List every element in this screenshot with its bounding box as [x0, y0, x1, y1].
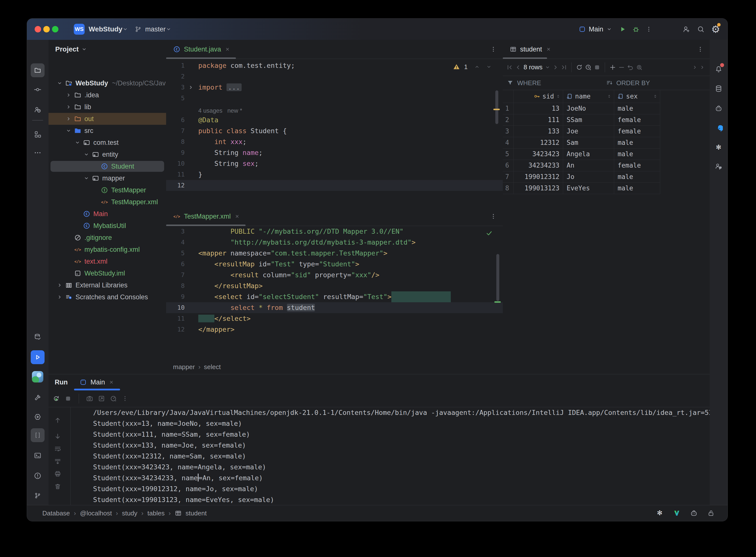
warning-stripe-mark[interactable] — [493, 109, 500, 110]
status-breadcrumb-student[interactable]: student — [186, 509, 207, 517]
editor2-scrollbar[interactable] — [496, 254, 499, 301]
delete-row-icon[interactable] — [618, 64, 625, 71]
project-panel-header[interactable]: Project — [55, 43, 87, 55]
editor1-scrollbar[interactable] — [495, 90, 498, 124]
tab-testmapper-xml[interactable]: </> TestMapper.xml — [166, 207, 245, 226]
inlay-hint[interactable]: 4 usages new * — [166, 104, 503, 115]
editor-student-java[interactable]: 1package com.test.entity;23import ...54 … — [166, 60, 503, 207]
scroll-up-icon[interactable] — [54, 417, 61, 424]
tree-item-testmapper[interactable]: ITestMapper — [49, 184, 166, 196]
clear-all-icon[interactable] — [54, 483, 61, 490]
filter-funnel-icon[interactable] — [507, 80, 514, 86]
cell-sex[interactable]: female — [614, 114, 660, 126]
table-row[interactable]: 2111SSamfemale — [503, 114, 660, 126]
code-line[interactable]: 11 </select> — [166, 313, 503, 324]
code-line[interactable]: 6@Data — [166, 115, 503, 125]
cell-name[interactable]: An — [563, 160, 614, 171]
console-line[interactable]: Student(xxx=13, name=JoeNo, sex=male) — [70, 418, 710, 429]
chevron-right-icon[interactable] — [64, 92, 73, 98]
cell-sid[interactable]: 34234233 — [514, 160, 563, 171]
tree-item-text-xml[interactable]: </>text.xml — [49, 256, 166, 267]
tree-item--idea[interactable]: .idea — [49, 89, 166, 101]
status-breadcrumb-Database[interactable]: Database — [42, 509, 70, 517]
chevron-down-icon[interactable] — [82, 175, 91, 181]
thread-dump-camera-icon[interactable] — [86, 395, 93, 402]
ai-bot-icon[interactable] — [712, 101, 726, 115]
table-row[interactable]: 7199012312Jomale — [503, 171, 660, 183]
rerun-icon[interactable] — [53, 395, 60, 402]
brackets-icon[interactable] — [31, 428, 45, 442]
console-more-kebab-icon[interactable] — [121, 395, 128, 402]
cell-sid[interactable]: 133 — [514, 126, 563, 137]
code-line[interactable]: 2 — [166, 71, 503, 82]
toolbar-more-chevron-icon[interactable] — [699, 64, 705, 70]
console-line[interactable]: Student(xxx=133, name=Joe, sex=female) — [70, 440, 710, 451]
column-header-sid[interactable]: sid — [514, 90, 563, 103]
last-page-icon[interactable] — [560, 64, 568, 71]
breadcrumb-mapper[interactable]: mapper — [173, 363, 195, 371]
database-icon[interactable] — [712, 82, 726, 95]
code-line[interactable]: 5 — [166, 93, 503, 104]
close-icon[interactable] — [234, 213, 240, 219]
close-icon[interactable] — [109, 379, 114, 385]
table-row[interactable]: 3133Joefemale — [503, 126, 660, 137]
cell-sex[interactable]: male — [614, 171, 660, 183]
tree-item-webstudy-iml[interactable]: WebStudy.iml — [49, 267, 166, 279]
structure-icon[interactable] — [31, 127, 45, 141]
code-line[interactable]: 1package com.test.entity; — [166, 60, 503, 71]
page-size-label[interactable]: 8 rows — [524, 63, 543, 71]
branch-name[interactable]: master — [145, 26, 166, 33]
grid-options-kebab-icon[interactable] — [697, 46, 704, 53]
debug-button[interactable] — [632, 25, 640, 33]
status-breadcrumbs[interactable]: Database›@localhost›study›tables›student — [42, 509, 207, 517]
code-line[interactable]: 5<mapper namespace="com.test.mapper.Test… — [166, 248, 503, 259]
notifications-bell-icon[interactable] — [712, 62, 726, 76]
next-problem-chevron-icon[interactable] — [486, 64, 492, 70]
code-line[interactable]: 3import ... — [166, 82, 503, 93]
chevron-down-icon[interactable] — [55, 80, 64, 86]
services-icon[interactable] — [31, 410, 45, 424]
mascot-icon[interactable] — [31, 370, 45, 384]
status-breadcrumb-study[interactable]: study — [122, 509, 137, 517]
build-hammer-icon[interactable] — [31, 391, 45, 405]
table-row[interactable]: 8199013123EveYesmale — [503, 183, 660, 194]
tree-item-scratches-and-consoles[interactable]: Scratches and Consoles — [49, 291, 166, 303]
inspection-ok-widget[interactable] — [486, 230, 493, 237]
revert-icon[interactable] — [627, 64, 634, 71]
console-line[interactable]: Student(xxx=199012312, name=Jo, sex=male… — [70, 483, 710, 494]
code-line[interactable]: 8 int xxx; — [166, 137, 503, 147]
cell-sid[interactable]: 12312 — [514, 137, 563, 149]
chevron-right-icon[interactable] — [64, 104, 73, 110]
console-line[interactable]: /Users/eve/Library/Java/JavaVirtualMachi… — [70, 407, 710, 418]
openai-icon[interactable]: ✻ — [712, 141, 726, 154]
tree-item-mybatis-config-xml[interactable]: </>mybatis-config.xml — [49, 243, 166, 256]
code-line[interactable]: 12 — [166, 180, 503, 191]
prev-problem-chevron-icon[interactable] — [474, 64, 480, 70]
editor-options-kebab-icon[interactable] — [490, 213, 497, 220]
restore-layout-icon[interactable] — [98, 395, 105, 402]
cell-name[interactable]: EveYes — [563, 183, 614, 194]
table-row[interactable]: 113JoeNomale — [503, 103, 660, 114]
pull-requests-icon[interactable]: ? — [31, 103, 45, 117]
code-line[interactable]: 9 <select id="selectStudent" resultMap="… — [166, 291, 503, 302]
chevron-down-icon[interactable] — [64, 128, 73, 134]
cell-sid[interactable]: 13 — [514, 103, 563, 114]
tree-item--gitignore[interactable]: .gitignore — [49, 232, 166, 243]
tree-item-main[interactable]: CMain — [49, 208, 166, 220]
page-size-chevron-icon[interactable] — [545, 64, 551, 70]
zoom-window-button[interactable] — [52, 26, 58, 32]
data-grid[interactable]: sidnamesex113JoeNomale2111SSamfemale3133… — [503, 90, 660, 194]
cell-name[interactable]: Angela — [563, 149, 614, 160]
tree-item-out[interactable]: out — [49, 113, 166, 125]
cell-sid[interactable]: 199012312 — [514, 171, 563, 183]
where-clause[interactable]: WHERE — [517, 79, 541, 87]
scroll-down-icon[interactable] — [54, 433, 61, 440]
code-line[interactable]: 4 "http://mybatis.org/dtd/mybatis-3-mapp… — [166, 237, 503, 248]
chevron-right-icon[interactable] — [64, 116, 73, 122]
stop-icon[interactable] — [64, 395, 72, 402]
terminal-icon[interactable] — [31, 448, 45, 463]
tab-student-table[interactable]: student — [503, 40, 557, 59]
tree-item-mybatisutil[interactable]: CMybatisUtil — [49, 220, 166, 232]
editor-options-kebab-icon[interactable] — [490, 46, 497, 53]
close-icon[interactable] — [546, 46, 552, 52]
